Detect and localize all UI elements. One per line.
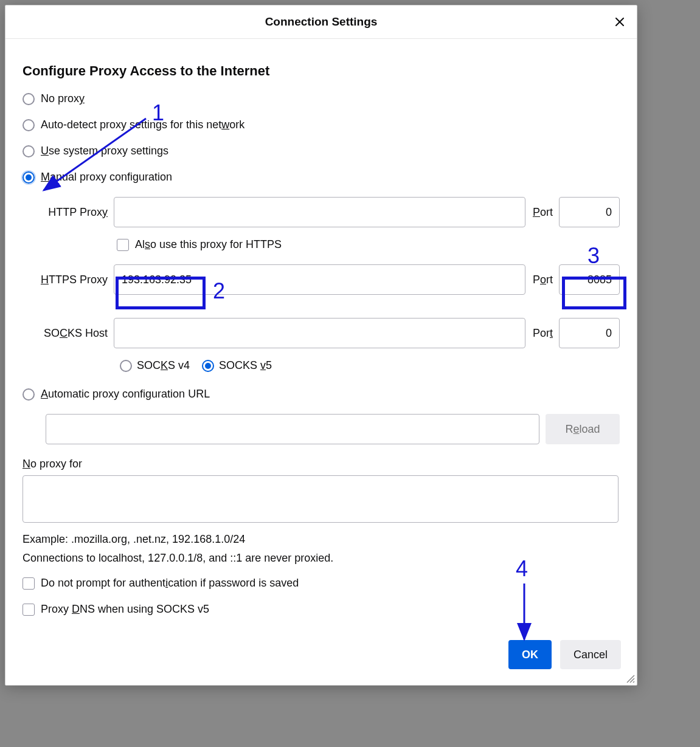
- radio-system-proxy[interactable]: Use system proxy settings: [23, 145, 620, 157]
- socks-version-group: SOCKS v4 SOCKS v5: [23, 359, 620, 372]
- radio-label: Use system proxy settings: [41, 145, 168, 157]
- reload-button[interactable]: Reload: [546, 414, 620, 444]
- socks-host-input[interactable]: [114, 318, 525, 348]
- no-auth-prompt-label: Do not prompt for authentication if pass…: [41, 577, 299, 590]
- https-proxy-input[interactable]: [114, 264, 525, 295]
- https-port-label: Port: [525, 274, 559, 286]
- also-https-label: Also use this proxy for HTTPS: [135, 238, 282, 251]
- connection-settings-dialog: Connection Settings Configure Proxy Acce…: [5, 5, 637, 686]
- socks-port-label: Port: [525, 327, 559, 340]
- dialog-footer: OK Cancel: [5, 629, 637, 685]
- https-port-input[interactable]: [559, 264, 620, 295]
- dialog-title: Connection Settings: [265, 15, 378, 29]
- pac-url-input[interactable]: [46, 414, 539, 444]
- cancel-button[interactable]: Cancel: [560, 640, 621, 669]
- pac-url-row: Reload: [46, 414, 620, 444]
- socks-v4-label: SOCKS v4: [137, 359, 190, 372]
- https-proxy-row: HTTPS Proxy Port: [23, 264, 620, 295]
- socks-host-row: SOCKS Host Port: [23, 318, 620, 348]
- radio-icon: [23, 119, 35, 131]
- radio-manual-proxy[interactable]: Manual proxy configuration: [23, 171, 620, 184]
- socks-v5-label: SOCKS v5: [219, 359, 272, 372]
- socks-host-label: SOCKS Host: [23, 327, 114, 340]
- radio-icon: [23, 145, 35, 157]
- proxy-dns-row[interactable]: Proxy DNS when using SOCKS v5: [23, 603, 620, 616]
- localhost-note: Connections to localhost, 127.0.0.1/8, a…: [23, 552, 620, 565]
- radio-icon: [23, 171, 35, 184]
- no-proxy-for-input[interactable]: [23, 475, 619, 523]
- no-proxy-example: Example: .mozilla.org, .net.nz, 192.168.…: [23, 533, 620, 546]
- radio-icon: [120, 360, 132, 372]
- also-https-row[interactable]: Also use this proxy for HTTPS: [23, 238, 620, 251]
- radio-label: Automatic proxy configuration URL: [41, 388, 210, 401]
- radio-socks-v5[interactable]: SOCKS v5: [202, 359, 272, 372]
- resize-grip-icon[interactable]: [626, 674, 636, 684]
- radio-icon: [23, 93, 35, 105]
- close-icon[interactable]: [611, 13, 628, 30]
- radio-no-proxy[interactable]: No proxy: [23, 92, 620, 105]
- http-port-input[interactable]: [559, 197, 620, 227]
- radio-label: No proxy: [41, 92, 85, 105]
- radio-socks-v4[interactable]: SOCKS v4: [120, 359, 190, 372]
- no-proxy-for-label: No proxy for: [23, 458, 620, 470]
- http-proxy-input[interactable]: [114, 197, 525, 227]
- radio-label: Auto-detect proxy settings for this netw…: [41, 119, 244, 131]
- radio-auto-detect[interactable]: Auto-detect proxy settings for this netw…: [23, 119, 620, 131]
- radio-label: Manual proxy configuration: [41, 171, 172, 184]
- radio-auto-config-url[interactable]: Automatic proxy configuration URL: [23, 388, 620, 401]
- checkbox-icon: [23, 604, 35, 616]
- ok-button[interactable]: OK: [508, 640, 552, 669]
- radio-icon: [23, 388, 35, 401]
- dialog-content: Configure Proxy Access to the Internet N…: [5, 39, 637, 629]
- no-auth-prompt-row[interactable]: Do not prompt for authentication if pass…: [23, 577, 620, 590]
- section-heading: Configure Proxy Access to the Internet: [23, 63, 620, 79]
- http-proxy-label: HTTP Proxy: [23, 206, 114, 219]
- checkbox-icon: [23, 577, 35, 590]
- http-proxy-row: HTTP Proxy Port: [23, 197, 620, 227]
- socks-port-input[interactable]: [559, 318, 620, 348]
- dialog-titlebar: Connection Settings: [5, 5, 637, 39]
- proxy-dns-label: Proxy DNS when using SOCKS v5: [41, 603, 209, 616]
- radio-icon: [202, 360, 214, 372]
- checkbox-icon: [117, 239, 129, 251]
- https-proxy-label: HTTPS Proxy: [23, 274, 114, 286]
- http-port-label: Port: [525, 206, 559, 219]
